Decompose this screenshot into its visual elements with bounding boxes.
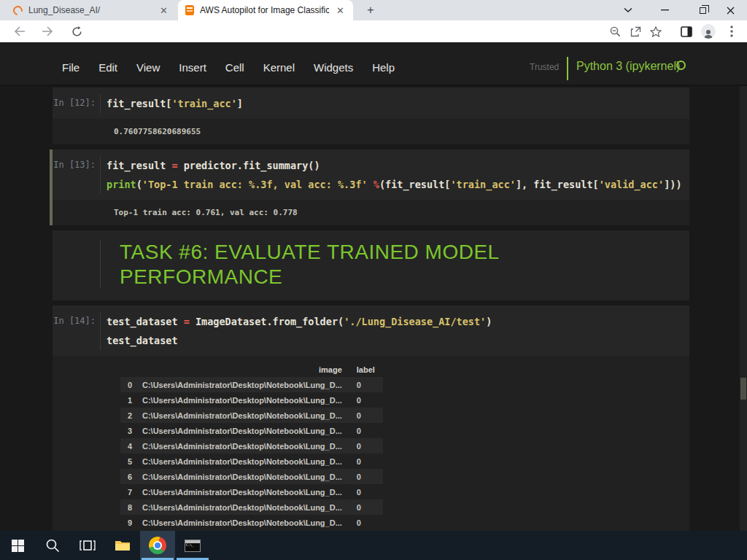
kernel-name: Python 3 (ipykernel)	[576, 60, 680, 73]
kernel-divider	[567, 57, 568, 80]
bookmark-star-icon[interactable]	[646, 23, 665, 40]
tab-strip: Lung_Disease_AI/ ✕ AWS Autopilot for Ima…	[0, 0, 747, 20]
input-prompt: In [13]:	[53, 156, 101, 194]
menu-widgets[interactable]: Widgets	[314, 61, 353, 74]
menu-dots-icon[interactable]	[722, 23, 741, 40]
minimize-button[interactable]	[648, 0, 681, 20]
input-prompt: In [12]:	[53, 94, 101, 113]
back-icon[interactable]	[10, 23, 29, 40]
task-view-button[interactable]	[70, 531, 105, 560]
window-close-button[interactable]	[713, 0, 747, 20]
share-icon[interactable]	[626, 23, 645, 40]
jupyter-header: File Edit View Insert Cell Kernel Widget…	[0, 42, 747, 86]
column-header: label	[352, 362, 383, 377]
dataframe-table: imagelabel0C:\Users\Administrator\Deskto…	[120, 362, 383, 530]
windows-logo-icon	[12, 540, 24, 552]
scrollbar-thumb[interactable]	[740, 378, 746, 400]
table-row: 5C:\Users\Administrator\Desktop\Notebook…	[120, 454, 383, 469]
taskbar-chrome-button[interactable]	[140, 531, 175, 560]
notebook-menubar: File Edit View Insert Cell Kernel Widget…	[62, 61, 395, 74]
table-row: 9C:\Users\Administrator\Desktop\Notebook…	[120, 515, 383, 530]
start-button[interactable]	[0, 531, 35, 560]
code-input[interactable]: fit_result['train_acc']	[101, 94, 243, 113]
folder-icon	[115, 539, 131, 552]
table-row: 3C:\Users\Administrator\Desktop\Notebook…	[120, 423, 383, 438]
windows-taskbar: C:\_	[0, 531, 747, 560]
cell-output: 0.7607758620689655	[101, 126, 201, 137]
menu-view[interactable]: View	[136, 61, 160, 74]
chrome-icon	[149, 537, 166, 554]
notebook-area: In [12]: fit_result['train_acc'] 0.76077…	[0, 86, 747, 531]
column-header: image	[132, 362, 352, 377]
table-row: 7C:\Users\Administrator\Desktop\Notebook…	[120, 484, 383, 499]
code-cell-12[interactable]: In [12]: fit_result['train_acc'] 0.76077…	[50, 88, 689, 144]
search-icon	[45, 538, 60, 553]
tab-title: AWS Autopilot for Image Classific	[200, 5, 329, 15]
input-prompt: In [14]:	[53, 312, 101, 350]
menu-insert[interactable]: Insert	[179, 61, 206, 74]
code-input[interactable]: test_dataset = ImageDataset.from_folder(…	[101, 312, 492, 350]
trusted-badge: Trusted	[530, 62, 559, 72]
dataframe-output: imagelabel0C:\Users\Administrator\Deskto…	[101, 362, 383, 530]
forward-icon[interactable]	[38, 23, 57, 40]
table-row: 4C:\Users\Administrator\Desktop\Notebook…	[120, 438, 383, 454]
task-view-icon	[80, 540, 96, 551]
tab-search-chevron-icon[interactable]	[611, 0, 645, 20]
section-heading: TASK #6: EVALUATE TRAINED MODEL PERFORMA…	[120, 240, 557, 289]
taskbar-search-button[interactable]	[35, 531, 70, 560]
close-icon[interactable]: ✕	[158, 5, 169, 16]
profile-avatar[interactable]	[699, 23, 718, 40]
zoom-indicator-icon[interactable]	[605, 23, 624, 40]
table-row: 8C:\Users\Administrator\Desktop\Notebook…	[120, 499, 383, 515]
close-icon[interactable]: ✕	[335, 5, 346, 16]
taskbar-terminal-button[interactable]: C:\_	[175, 531, 210, 560]
markdown-prompt-spacer	[53, 240, 101, 289]
table-row: 2C:\Users\Administrator\Desktop\Notebook…	[120, 408, 383, 423]
menu-kernel[interactable]: Kernel	[263, 61, 295, 74]
tab-jupyter-home[interactable]: Lung_Disease_AI/ ✕	[6, 0, 177, 20]
side-panel-icon[interactable]	[677, 23, 696, 40]
column-header	[120, 362, 132, 377]
cell-output: Top-1 train acc: 0.761, val acc: 0.778	[101, 207, 298, 218]
table-row: 1C:\Users\Administrator\Desktop\Notebook…	[120, 392, 383, 408]
kernel-idle-icon	[676, 61, 686, 70]
new-tab-button[interactable]: +	[362, 2, 379, 18]
menu-cell[interactable]: Cell	[225, 61, 244, 74]
command-prompt-icon: C:\_	[185, 540, 201, 552]
markdown-cell[interactable]: TASK #6: EVALUATE TRAINED MODEL PERFORMA…	[50, 230, 689, 300]
reload-icon[interactable]	[67, 23, 86, 40]
scrollbar-track[interactable]	[740, 86, 747, 531]
browser-toolbar: localhost:8888/notebooks/AWS%20Autopilot…	[0, 20, 747, 42]
code-cell-14[interactable]: In [14]: test_dataset = ImageDataset.fro…	[50, 306, 689, 531]
code-input[interactable]: fit_result = predictor.fit_summary()prin…	[101, 156, 682, 194]
jupyter-spinner-icon	[11, 4, 24, 17]
tab-notebook[interactable]: AWS Autopilot for Image Classific ✕	[178, 0, 353, 20]
tab-title: Lung_Disease_AI/	[28, 5, 152, 15]
table-row: 6C:\Users\Administrator\Desktop\Notebook…	[120, 469, 383, 484]
menu-help[interactable]: Help	[372, 61, 395, 74]
notebook-book-icon	[185, 5, 194, 15]
code-cell-13[interactable]: In [13]: fit_result = predictor.fit_summ…	[50, 149, 689, 225]
file-explorer-button[interactable]	[105, 531, 140, 560]
menu-edit[interactable]: Edit	[98, 61, 117, 74]
table-row: 0C:\Users\Administrator\Desktop\Notebook…	[120, 377, 383, 392]
menu-file[interactable]: File	[62, 61, 80, 74]
